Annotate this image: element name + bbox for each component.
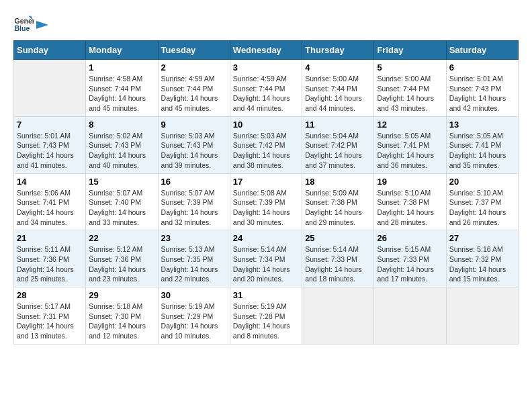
svg-text:Blue: Blue: [15, 24, 30, 32]
table-row: 16Sunrise: 5:07 AM Sunset: 7:39 PM Dayli…: [158, 173, 230, 230]
day-header-friday: Friday: [374, 41, 446, 60]
day-info: Sunrise: 5:09 AM Sunset: 7:38 PM Dayligh…: [305, 188, 371, 228]
table-row: 1Sunrise: 4:58 AM Sunset: 7:44 PM Daylig…: [86, 60, 158, 117]
day-info: Sunrise: 5:13 AM Sunset: 7:35 PM Dayligh…: [161, 244, 227, 284]
day-number: 13: [449, 120, 515, 130]
table-row: 18Sunrise: 5:09 AM Sunset: 7:38 PM Dayli…: [302, 173, 374, 230]
day-header-thursday: Thursday: [302, 41, 374, 60]
table-row: 10Sunrise: 5:03 AM Sunset: 7:42 PM Dayli…: [230, 116, 302, 173]
day-number: 1: [89, 62, 154, 73]
day-number: 19: [377, 177, 443, 187]
day-number: 10: [233, 120, 299, 130]
table-row: 12Sunrise: 5:05 AM Sunset: 7:41 PM Dayli…: [374, 116, 446, 173]
logo-icon: General Blue: [13, 13, 34, 34]
day-number: 24: [233, 233, 299, 243]
calendar-table: SundayMondayTuesdayWednesdayThursdayFrid…: [13, 40, 519, 345]
day-number: 28: [17, 290, 83, 300]
table-row: 11Sunrise: 5:04 AM Sunset: 7:42 PM Dayli…: [302, 116, 374, 173]
day-header-sunday: Sunday: [14, 41, 86, 60]
table-row: 24Sunrise: 5:14 AM Sunset: 7:34 PM Dayli…: [230, 230, 302, 287]
day-number: 11: [305, 120, 371, 130]
day-number: 17: [233, 177, 299, 187]
table-row: 2Sunrise: 4:59 AM Sunset: 7:44 PM Daylig…: [158, 60, 230, 117]
table-row: [446, 287, 518, 345]
table-row: 4Sunrise: 5:00 AM Sunset: 7:44 PM Daylig…: [302, 60, 374, 117]
day-number: 29: [89, 290, 154, 300]
day-number: 22: [89, 233, 154, 243]
day-header-tuesday: Tuesday: [158, 41, 230, 60]
day-info: Sunrise: 5:03 AM Sunset: 7:42 PM Dayligh…: [233, 131, 299, 171]
day-header-monday: Monday: [86, 41, 158, 60]
day-number: 9: [161, 120, 227, 130]
table-row: 21Sunrise: 5:11 AM Sunset: 7:36 PM Dayli…: [14, 230, 86, 287]
day-number: 18: [305, 177, 371, 187]
day-info: Sunrise: 5:15 AM Sunset: 7:33 PM Dayligh…: [377, 244, 443, 284]
day-number: 4: [305, 62, 371, 73]
table-row: [302, 287, 374, 345]
day-info: Sunrise: 5:18 AM Sunset: 7:30 PM Dayligh…: [89, 302, 154, 341]
table-row: 14Sunrise: 5:06 AM Sunset: 7:41 PM Dayli…: [14, 173, 86, 230]
day-header-wednesday: Wednesday: [230, 41, 302, 60]
day-info: Sunrise: 5:08 AM Sunset: 7:39 PM Dayligh…: [233, 188, 299, 228]
table-row: 29Sunrise: 5:18 AM Sunset: 7:30 PM Dayli…: [86, 287, 158, 345]
table-row: 30Sunrise: 5:19 AM Sunset: 7:29 PM Dayli…: [158, 287, 230, 345]
table-row: 20Sunrise: 5:10 AM Sunset: 7:37 PM Dayli…: [446, 173, 518, 230]
day-info: Sunrise: 5:11 AM Sunset: 7:36 PM Dayligh…: [17, 244, 83, 284]
day-info: Sunrise: 5:07 AM Sunset: 7:40 PM Dayligh…: [89, 188, 154, 228]
day-info: Sunrise: 5:14 AM Sunset: 7:34 PM Dayligh…: [233, 244, 299, 284]
table-row: 19Sunrise: 5:10 AM Sunset: 7:38 PM Dayli…: [374, 173, 446, 230]
day-info: Sunrise: 5:12 AM Sunset: 7:36 PM Dayligh…: [89, 244, 154, 284]
logo: General Blue: [13, 13, 48, 34]
day-number: 16: [161, 177, 227, 187]
day-number: 23: [161, 233, 227, 243]
day-number: 21: [17, 233, 83, 243]
table-row: 3Sunrise: 4:59 AM Sunset: 7:44 PM Daylig…: [230, 60, 302, 117]
day-info: Sunrise: 5:19 AM Sunset: 7:28 PM Dayligh…: [233, 302, 299, 341]
day-number: 14: [17, 177, 83, 187]
day-info: Sunrise: 5:05 AM Sunset: 7:41 PM Dayligh…: [377, 131, 443, 171]
day-number: 30: [161, 290, 227, 300]
day-number: 26: [377, 233, 443, 243]
day-info: Sunrise: 5:04 AM Sunset: 7:42 PM Dayligh…: [305, 131, 371, 171]
day-header-saturday: Saturday: [446, 41, 518, 60]
table-row: 26Sunrise: 5:15 AM Sunset: 7:33 PM Dayli…: [374, 230, 446, 287]
day-number: 20: [449, 177, 515, 187]
day-info: Sunrise: 5:19 AM Sunset: 7:29 PM Dayligh…: [161, 302, 227, 341]
table-row: 31Sunrise: 5:19 AM Sunset: 7:28 PM Dayli…: [230, 287, 302, 345]
table-row: 5Sunrise: 5:00 AM Sunset: 7:44 PM Daylig…: [374, 60, 446, 117]
logo-arrow-icon: [36, 18, 48, 32]
day-number: 3: [233, 62, 299, 73]
day-number: 7: [17, 120, 83, 130]
table-row: 23Sunrise: 5:13 AM Sunset: 7:35 PM Dayli…: [158, 230, 230, 287]
day-info: Sunrise: 5:16 AM Sunset: 7:32 PM Dayligh…: [449, 244, 515, 284]
table-row: 8Sunrise: 5:02 AM Sunset: 7:43 PM Daylig…: [86, 116, 158, 173]
day-info: Sunrise: 5:07 AM Sunset: 7:39 PM Dayligh…: [161, 188, 227, 228]
day-number: 25: [305, 233, 371, 243]
table-row: 17Sunrise: 5:08 AM Sunset: 7:39 PM Dayli…: [230, 173, 302, 230]
day-info: Sunrise: 4:59 AM Sunset: 7:44 PM Dayligh…: [233, 74, 299, 113]
day-info: Sunrise: 5:02 AM Sunset: 7:43 PM Dayligh…: [89, 131, 154, 171]
table-row: 13Sunrise: 5:05 AM Sunset: 7:41 PM Dayli…: [446, 116, 518, 173]
table-row: [374, 287, 446, 345]
header: General Blue: [13, 13, 519, 34]
table-row: [14, 60, 86, 117]
table-row: 27Sunrise: 5:16 AM Sunset: 7:32 PM Dayli…: [446, 230, 518, 287]
table-row: 28Sunrise: 5:17 AM Sunset: 7:31 PM Dayli…: [14, 287, 86, 345]
day-number: 6: [449, 62, 515, 73]
day-info: Sunrise: 5:06 AM Sunset: 7:41 PM Dayligh…: [17, 188, 83, 228]
day-number: 12: [377, 120, 443, 130]
day-info: Sunrise: 4:58 AM Sunset: 7:44 PM Dayligh…: [89, 74, 154, 113]
day-number: 27: [449, 233, 515, 243]
day-info: Sunrise: 5:00 AM Sunset: 7:44 PM Dayligh…: [305, 74, 371, 113]
day-number: 8: [89, 120, 154, 130]
table-row: 9Sunrise: 5:03 AM Sunset: 7:43 PM Daylig…: [158, 116, 230, 173]
day-info: Sunrise: 5:01 AM Sunset: 7:43 PM Dayligh…: [17, 131, 83, 171]
table-row: 25Sunrise: 5:14 AM Sunset: 7:33 PM Dayli…: [302, 230, 374, 287]
day-number: 5: [377, 62, 443, 73]
day-info: Sunrise: 5:17 AM Sunset: 7:31 PM Dayligh…: [17, 302, 83, 341]
day-info: Sunrise: 4:59 AM Sunset: 7:44 PM Dayligh…: [161, 74, 227, 113]
table-row: 7Sunrise: 5:01 AM Sunset: 7:43 PM Daylig…: [14, 116, 86, 173]
table-row: 15Sunrise: 5:07 AM Sunset: 7:40 PM Dayli…: [86, 173, 158, 230]
day-info: Sunrise: 5:03 AM Sunset: 7:43 PM Dayligh…: [161, 131, 227, 171]
day-number: 15: [89, 177, 154, 187]
